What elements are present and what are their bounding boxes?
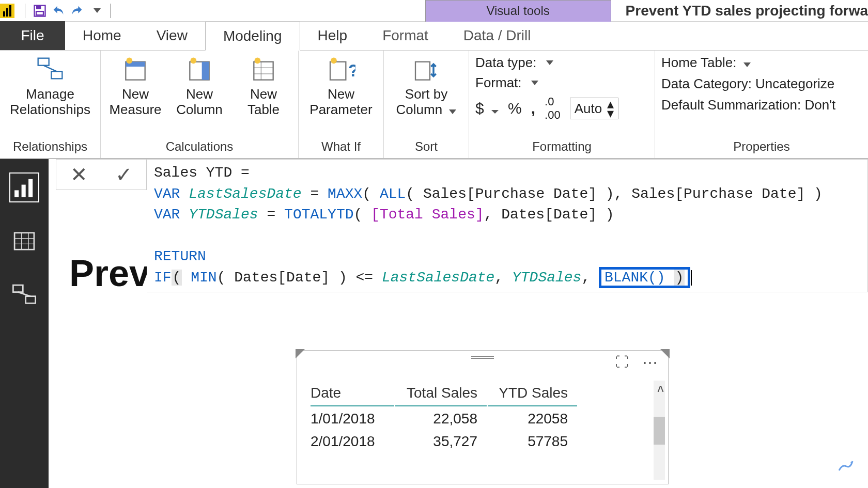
tok-fn: MAXX bbox=[328, 186, 362, 202]
tok-name: LastSalesDate bbox=[382, 270, 494, 286]
col-total-sales[interactable]: Total Sales bbox=[395, 382, 487, 406]
sort-by-column-button[interactable]: Sort by Column bbox=[390, 54, 462, 118]
new-parameter-label: New Parameter bbox=[309, 87, 372, 118]
tok-var: VAR bbox=[154, 186, 180, 202]
group-sort: Sort by Column Sort bbox=[384, 51, 469, 158]
new-table-button[interactable]: New Table bbox=[235, 54, 292, 118]
cell-ytd: 22058 bbox=[488, 407, 577, 429]
document-title: Prevent YTD sales projecting forwa bbox=[626, 3, 868, 19]
group-label-formatting: Formatting bbox=[475, 137, 648, 156]
formula-bar: ✕ ✓ Sales YTD = VAR LastSalesDate = MAXX… bbox=[56, 159, 868, 292]
table-visual[interactable]: ⛶ ⋯ Date Total Sales YTD Sales 1/01/2018… bbox=[297, 350, 669, 484]
context-tab-visual-tools: Visual tools bbox=[425, 0, 611, 22]
chevron-down-icon bbox=[449, 109, 456, 114]
tok: ( Sales[Purchase Date] ), Sales[Purchase… bbox=[406, 186, 823, 202]
sort-icon bbox=[412, 56, 441, 85]
tok-return: RETURN bbox=[154, 248, 206, 264]
group-properties: Home Table: Data Category: Uncategorize … bbox=[655, 51, 868, 158]
subscribe-watermark-icon bbox=[835, 455, 856, 476]
tok: , bbox=[581, 270, 599, 286]
data-view-button[interactable] bbox=[10, 227, 38, 255]
thousands-button[interactable]: , bbox=[531, 100, 535, 117]
data-table: Date Total Sales YTD Sales 1/01/2018 22,… bbox=[309, 381, 578, 453]
redo-button[interactable] bbox=[68, 2, 86, 20]
data-category-label[interactable]: Data Category: Uncategorize bbox=[661, 76, 835, 92]
tab-help[interactable]: Help bbox=[300, 21, 365, 50]
decimal-button[interactable]: .0.00 bbox=[545, 95, 561, 122]
cell-ytd: 57785 bbox=[488, 430, 577, 452]
paren-highlight: ) bbox=[674, 270, 685, 286]
group-label-whatif: What If bbox=[305, 137, 377, 156]
tok: , Dates[Date] ) bbox=[484, 207, 614, 223]
tab-format[interactable]: Format bbox=[365, 21, 446, 50]
sort-by-column-label: Sort by Column bbox=[396, 87, 457, 118]
percent-button[interactable]: % bbox=[508, 100, 522, 117]
data-type-dropdown[interactable] bbox=[546, 60, 553, 65]
tab-file[interactable]: File bbox=[0, 21, 65, 50]
new-measure-button[interactable]: New Measure bbox=[107, 54, 164, 118]
new-column-button[interactable]: New Column bbox=[171, 54, 228, 118]
paren-highlight: ( bbox=[172, 270, 182, 286]
col-ytd-sales[interactable]: YTD Sales bbox=[488, 382, 577, 406]
new-parameter-button[interactable]: ? New Parameter bbox=[305, 54, 377, 118]
tab-home[interactable]: Home bbox=[65, 21, 139, 50]
formula-editor[interactable]: Sales YTD = VAR LastSalesDate = MAXX( AL… bbox=[147, 159, 868, 292]
separator bbox=[110, 4, 111, 18]
table-row[interactable]: 2/01/2018 35,727 57785 bbox=[311, 430, 577, 452]
group-calculations: New Measure New Column New Table Calcula… bbox=[101, 51, 299, 158]
model-view-button[interactable] bbox=[10, 281, 38, 309]
parameter-icon: ? bbox=[327, 56, 355, 85]
tok-blank: BLANK() bbox=[605, 270, 674, 286]
table-row[interactable]: 1/01/2018 22,058 22058 bbox=[311, 407, 577, 429]
app-icon bbox=[0, 4, 14, 18]
focus-mode-icon[interactable]: ⛶ bbox=[615, 354, 629, 370]
tab-modeling[interactable]: Modeling bbox=[205, 22, 300, 51]
decimal-places-input[interactable]: Auto▴▾ bbox=[570, 98, 619, 119]
report-canvas[interactable]: Prev ✕ ✓ Sales YTD = VAR LastSalesDate =… bbox=[49, 159, 868, 488]
scroll-up-icon[interactable]: ʌ bbox=[657, 382, 664, 395]
svg-point-11 bbox=[191, 58, 197, 64]
relationships-icon bbox=[36, 56, 65, 85]
home-table-dropdown[interactable] bbox=[743, 62, 751, 67]
report-view-button[interactable] bbox=[10, 174, 38, 201]
tok-name: YTDSales bbox=[180, 207, 258, 223]
tok-fn: ALL bbox=[380, 186, 406, 202]
tok: ( Dates[Date] ) <= bbox=[217, 270, 382, 286]
formula-line1: Sales YTD = bbox=[154, 165, 258, 181]
save-button[interactable] bbox=[30, 2, 49, 20]
cancel-formula-button[interactable]: ✕ bbox=[63, 163, 95, 186]
cell-total: 22,058 bbox=[395, 407, 487, 429]
spinner-icon[interactable]: ▴▾ bbox=[607, 99, 614, 118]
formula-controls: ✕ ✓ bbox=[56, 159, 147, 190]
manage-relationships-button[interactable]: Manage Relationships bbox=[6, 54, 94, 118]
cell-date: 2/01/2018 bbox=[311, 430, 394, 452]
currency-button[interactable]: $ bbox=[475, 100, 499, 117]
new-column-label: New Column bbox=[176, 87, 223, 118]
svg-rect-30 bbox=[26, 296, 36, 304]
manage-relationships-label: Manage Relationships bbox=[10, 87, 90, 118]
group-whatif: ? New Parameter What If bbox=[299, 51, 384, 158]
more-options-icon[interactable]: ⋯ bbox=[642, 353, 659, 371]
format-dropdown[interactable] bbox=[531, 81, 538, 85]
svg-rect-1 bbox=[36, 5, 41, 9]
tok: ( bbox=[354, 207, 371, 223]
ribbon-tabs: File Home View Modeling Help Format Data… bbox=[0, 22, 868, 51]
default-summarization-label[interactable]: Default Summarization: Don't bbox=[661, 97, 835, 113]
tab-view[interactable]: View bbox=[139, 21, 205, 50]
table-icon bbox=[249, 56, 278, 85]
svg-rect-12 bbox=[254, 62, 273, 80]
sort-label-text: Sort by Column bbox=[396, 86, 448, 117]
customize-qat-dropdown[interactable] bbox=[86, 2, 105, 20]
svg-point-16 bbox=[255, 58, 261, 64]
drag-grip[interactable] bbox=[471, 356, 494, 360]
col-date[interactable]: Date bbox=[311, 382, 394, 406]
group-label-properties: Properties bbox=[661, 137, 862, 156]
tab-data-drill[interactable]: Data / Drill bbox=[446, 21, 549, 50]
scrollbar-thumb[interactable] bbox=[654, 417, 665, 445]
commit-formula-button[interactable]: ✓ bbox=[108, 163, 140, 186]
group-relationships: Manage Relationships Relationships bbox=[0, 51, 101, 158]
undo-button[interactable] bbox=[49, 2, 68, 20]
column-icon bbox=[185, 56, 214, 85]
svg-text:?: ? bbox=[348, 61, 355, 80]
svg-rect-4 bbox=[51, 71, 62, 78]
